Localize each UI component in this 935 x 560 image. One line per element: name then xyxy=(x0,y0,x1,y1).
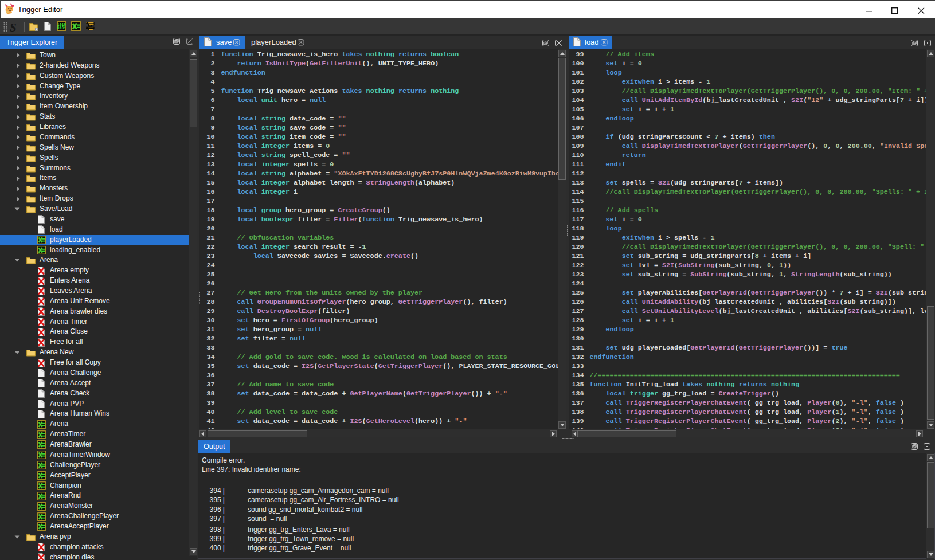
svg-text:0101: 0101 xyxy=(57,26,66,30)
